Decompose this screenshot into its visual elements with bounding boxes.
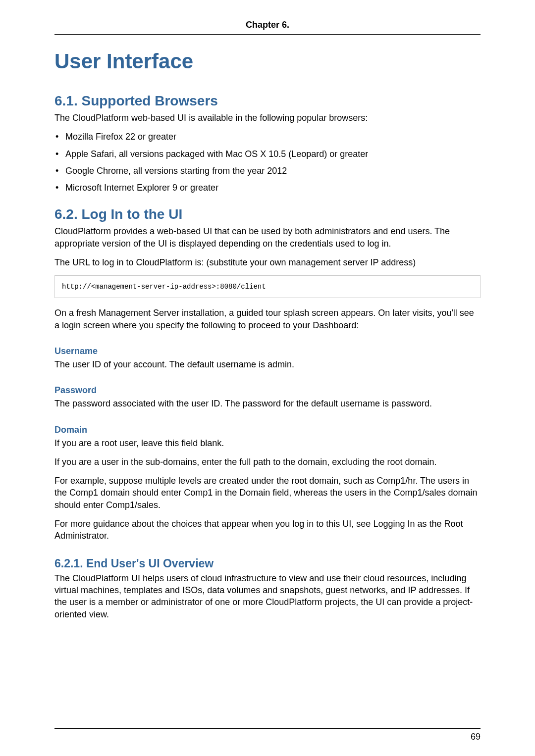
chapter-title: User Interface xyxy=(54,50,481,73)
running-header: Chapter 6. xyxy=(54,20,481,35)
list-item: Google Chrome, all versions starting fro… xyxy=(54,165,481,177)
paragraph: The URL to log in to CloudPlatform is: (… xyxy=(54,256,481,268)
paragraph: CloudPlatform provides a web-based UI th… xyxy=(54,225,481,250)
list-item: Apple Safari, all versions packaged with… xyxy=(54,148,481,160)
subhead-password: Password xyxy=(54,385,481,396)
subhead-domain: Domain xyxy=(54,425,481,435)
list-item: Mozilla Firefox 22 or greater xyxy=(54,131,481,143)
subhead-username: Username xyxy=(54,346,481,356)
paragraph: On a fresh Management Server installatio… xyxy=(54,307,481,331)
heading-6-2: 6.2. Log In to the UI xyxy=(54,206,481,222)
document-page: Chapter 6. User Interface 6.1. Supported… xyxy=(0,0,535,756)
page-number: 69 xyxy=(471,732,481,742)
paragraph: If you are a root user, leave this field… xyxy=(54,437,481,449)
paragraph: The password associated with the user ID… xyxy=(54,398,481,409)
browser-list: Mozilla Firefox 22 or greater Apple Safa… xyxy=(54,131,481,194)
code-block-url: http://<management-server-ip-address>:80… xyxy=(54,275,481,298)
paragraph: The CloudPlatform web-based UI is availa… xyxy=(54,112,481,124)
list-item: Microsoft Internet Explorer 9 or greater xyxy=(54,182,481,194)
paragraph: The user ID of your account. The default… xyxy=(54,358,481,370)
footer-rule xyxy=(54,728,481,729)
paragraph: For example, suppose multiple levels are… xyxy=(54,475,481,511)
paragraph: The CloudPlatform UI helps users of clou… xyxy=(54,572,481,620)
paragraph: For more guidance about the choices that… xyxy=(54,518,481,542)
heading-6-2-1: 6.2.1. End User's UI Overview xyxy=(54,557,481,570)
heading-6-1: 6.1. Supported Browsers xyxy=(54,93,481,109)
paragraph: If you are a user in the sub-domains, en… xyxy=(54,456,481,468)
